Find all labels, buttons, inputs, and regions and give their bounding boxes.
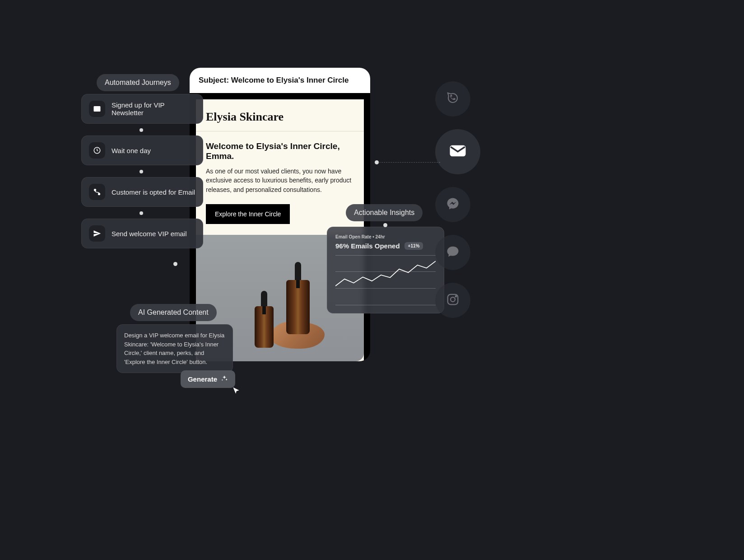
channel-instagram[interactable] (435, 283, 470, 318)
journey-step-label: Send welcome VIP email (112, 230, 186, 238)
svg-point-6 (456, 296, 457, 297)
journey-step-label: Customer is opted for Email (112, 188, 195, 196)
mail-icon (89, 101, 105, 117)
email-preview-card: Subject: Welcome to Elysia's Inner Circl… (190, 68, 370, 361)
cursor-icon (232, 387, 241, 398)
send-icon (89, 225, 105, 242)
svg-point-2 (98, 193, 100, 195)
journey-step-wait[interactable]: Wait one day (81, 135, 203, 165)
clock-icon (89, 142, 105, 159)
channel-list (435, 81, 480, 318)
channel-email[interactable] (435, 129, 480, 174)
svg-point-5 (451, 297, 455, 302)
generate-button[interactable]: Generate (181, 370, 235, 388)
channel-messenger[interactable] (435, 187, 470, 222)
journey-step-label: Wait one day (112, 147, 151, 154)
journey-steps: Signed up for VIP Newsletter Wait one da… (81, 94, 203, 248)
insights-card: Email Open Rate • 24hr 96% Emails Opened… (327, 227, 444, 313)
generate-button-label: Generate (188, 375, 217, 383)
email-subject: Subject: Welcome to Elysia's Inner Circl… (190, 68, 370, 93)
insights-delta-badge: +11% (405, 242, 423, 250)
journey-step-label: Signed up for VIP Newsletter (112, 101, 195, 117)
email-cta-button[interactable]: Explore the Inner Circle (206, 204, 290, 224)
connector-dot (375, 160, 379, 164)
svg-point-1 (94, 189, 96, 191)
sparkle-icon (221, 375, 228, 383)
connector-dot (383, 223, 387, 227)
ai-prompt-panel: Design a VIP welcome email for Elysia Sk… (116, 324, 233, 373)
ai-prompt-text: Design a VIP welcome email for Elysia Sk… (124, 331, 225, 366)
connector-dot (173, 262, 177, 266)
actionable-insights-label: Actionable Insights (346, 204, 423, 221)
insights-chart (335, 255, 436, 305)
journey-step-signup[interactable]: Signed up for VIP Newsletter (81, 94, 203, 124)
email-heading: Welcome to Elysia's Inner Circle, Emma. (196, 131, 364, 165)
email-paragraph: As one of our most valued clients, you n… (196, 165, 364, 201)
branch-icon (89, 184, 105, 200)
chat-icon (446, 245, 460, 260)
messenger-icon (446, 197, 460, 212)
insights-headline: 96% Emails Opened (335, 242, 400, 250)
connector-line (379, 162, 440, 163)
email-brand: Elysia Skincare (196, 99, 364, 131)
channel-chat[interactable] (435, 235, 470, 270)
insights-meta: Email Open Rate • 24hr (335, 234, 436, 239)
ai-generated-content-label: AI Generated Content (130, 304, 217, 321)
channel-whatsapp[interactable] (435, 81, 470, 117)
automated-journeys-label: Automated Journeys (97, 74, 179, 91)
instagram-icon (446, 293, 460, 308)
journey-step-send[interactable]: Send welcome VIP email (81, 219, 203, 248)
journey-step-opted[interactable]: Customer is opted for Email (81, 177, 203, 207)
whatsapp-icon (446, 91, 460, 107)
mail-icon (448, 141, 467, 162)
